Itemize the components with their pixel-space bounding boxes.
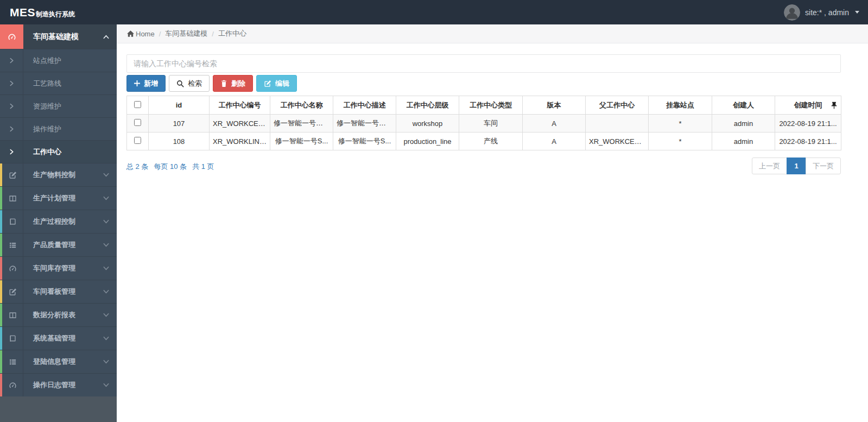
sidebar-group-label: 车间库存管理 (23, 263, 103, 273)
prev-page-button[interactable]: 上一页 (752, 158, 787, 174)
edit-icon (264, 80, 271, 87)
row-select-cell (127, 115, 149, 133)
sidebar-item-resource-maintenance[interactable]: 资源维护 (0, 95, 117, 117)
select-all-checkbox[interactable] (134, 101, 141, 108)
breadcrumb-home[interactable]: Home (136, 30, 155, 38)
edit-icon (2, 163, 23, 186)
sidebar-group-plan-management[interactable]: 生产计划管理 (0, 186, 117, 210)
sidebar-group-system-management[interactable]: 系统基础管理 (0, 326, 117, 350)
sidebar-group-workshop-modeling[interactable]: 车间基础建模 (0, 24, 117, 49)
delete-button[interactable]: 删除 (213, 75, 253, 92)
main-content: Home / 车间基础建模 / 工作中心 新增 检索 删除 编辑 (117, 24, 868, 422)
sidebar: 车间基础建模 站点维护 工艺路线 资源维护 操作维护 工作中心 生产物料控制 (0, 24, 117, 422)
next-page-button[interactable]: 下一页 (806, 158, 841, 174)
chevron-right-icon (0, 72, 23, 95)
chevron-down-icon (103, 336, 109, 341)
cell-created-time: 2022-08-19 21:1... (775, 133, 841, 150)
breadcrumb-separator: / (159, 30, 161, 38)
user-menu[interactable]: site:* , admin (784, 4, 868, 21)
pin-icon[interactable] (831, 102, 837, 109)
chevron-down-icon (103, 383, 109, 387)
sidebar-group-label: 数据分析报表 (23, 310, 103, 320)
breadcrumb-section[interactable]: 车间基础建模 (165, 29, 207, 39)
sidebar-group-data-reports[interactable]: 数据分析报表 (0, 303, 117, 326)
edit-button[interactable]: 编辑 (256, 75, 297, 92)
chevron-down-icon (103, 219, 109, 224)
row-checkbox[interactable] (134, 119, 141, 126)
edit-icon (2, 280, 23, 303)
sidebar-group-label: 生产计划管理 (23, 193, 103, 203)
breadcrumb-separator: / (212, 30, 214, 38)
chevron-down-icon (103, 360, 109, 364)
app-logo-bold: MES (10, 6, 35, 19)
pagination-bar: 总 2 条 每页 10 条 共 1 页 上一页 1 下一页 (126, 158, 841, 174)
sidebar-group-login-info[interactable]: 登陆信息管理 (0, 350, 117, 373)
columns-icon (2, 187, 23, 210)
search-icon (176, 80, 184, 87)
trash-icon (220, 80, 227, 87)
sidebar-group-kanban-management[interactable]: 车间看板管理 (0, 280, 117, 303)
sidebar-group-label: 车间看板管理 (23, 287, 103, 297)
home-icon (127, 30, 134, 37)
gauge-icon (0, 24, 23, 49)
cell-desc: 修一智能一号S... (333, 133, 396, 150)
sidebar-group-quality-management[interactable]: 产品质量管理 (0, 233, 117, 256)
pager: 上一页 1 下一页 (752, 158, 841, 174)
col-header-id: id (149, 96, 210, 115)
sidebar-item-work-center[interactable]: 工作中心 (0, 140, 117, 163)
sidebar-item-operation-maintenance[interactable]: 操作维护 (0, 117, 117, 140)
chevron-right-icon (0, 49, 23, 72)
book-icon (2, 210, 23, 233)
sidebar-item-process-route[interactable]: 工艺路线 (0, 72, 117, 95)
topbar: MES 制造执行系统 site:* , admin (0, 0, 868, 24)
sidebar-item-station-maintenance[interactable]: 站点维护 (0, 49, 117, 72)
sidebar-group-label: 生产物料控制 (23, 170, 103, 180)
sidebar-group-inventory-management[interactable]: 车间库存管理 (0, 256, 117, 280)
cell-created-time: 2022-08-19 21:1... (775, 115, 841, 133)
sidebar-item-label: 操作维护 (23, 124, 61, 134)
table-row[interactable]: 107 XR_WORKCEN... 修一智能一号车间 修一智能一号车间 work… (127, 115, 841, 133)
chevron-right-icon (0, 118, 23, 140)
chevron-down-icon (103, 173, 109, 177)
sidebar-group-label: 车间基础建模 (23, 32, 103, 42)
sidebar-group-material-control[interactable]: 生产物料控制 (0, 163, 117, 186)
cell-creator: admin (712, 133, 775, 150)
user-label: site:* , admin (805, 8, 849, 17)
sidebar-group-label: 操作日志管理 (23, 380, 103, 390)
sidebar-group-process-control[interactable]: 生产过程控制 (0, 210, 117, 233)
col-header-creator: 创建人 (712, 96, 775, 115)
gauge-icon (2, 374, 23, 396)
sidebar-group-label: 生产过程控制 (23, 217, 103, 226)
page-1-button[interactable]: 1 (787, 158, 806, 174)
cell-type: 产线 (459, 133, 523, 150)
sidebar-item-label: 工作中心 (23, 147, 61, 157)
avatar (784, 4, 800, 21)
row-checkbox[interactable] (134, 137, 141, 144)
sidebar-group-label: 产品质量管理 (23, 240, 103, 250)
chevron-up-icon (103, 35, 109, 39)
col-header-version: 版本 (523, 96, 586, 115)
cell-parent (586, 115, 649, 133)
page-count: 共 1 页 (192, 162, 214, 172)
chevron-down-icon (103, 243, 109, 247)
chevron-down-icon (103, 289, 109, 294)
total-count: 总 2 条 (126, 162, 148, 172)
breadcrumb: Home / 车间基础建模 / 工作中心 (117, 24, 868, 43)
row-select-cell (127, 133, 149, 150)
app-logo: MES 制造执行系统 (0, 6, 75, 19)
select-all-cell (127, 96, 149, 115)
book-icon (2, 327, 23, 350)
col-header-code: 工作中心编号 (210, 96, 270, 115)
caret-down-icon (855, 11, 859, 14)
work-center-table: id 工作中心编号 工作中心名称 工作中心描述 工作中心层级 工作中心类型 版本… (126, 96, 841, 150)
col-header-type: 工作中心类型 (459, 96, 523, 115)
list-icon (2, 234, 23, 256)
add-button[interactable]: 新增 (126, 75, 166, 92)
search-input[interactable] (126, 54, 841, 73)
cell-id: 108 (149, 133, 210, 150)
sidebar-group-operation-logs[interactable]: 操作日志管理 (0, 373, 117, 396)
col-header-desc: 工作中心描述 (333, 96, 396, 115)
cell-version: A (523, 115, 586, 133)
search-button[interactable]: 检索 (169, 75, 210, 92)
table-row[interactable]: 108 XR_WORKLINE... 修一智能一号S... 修一智能一号S...… (127, 133, 841, 150)
